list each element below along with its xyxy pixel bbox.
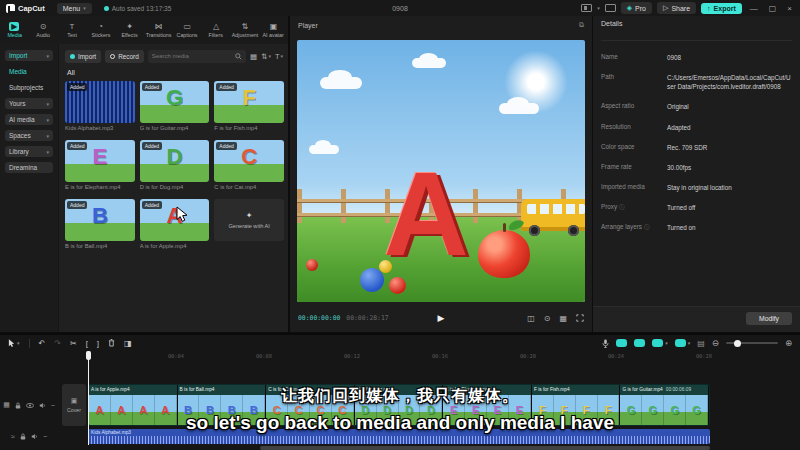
- details-row: Path C:/Users/Emersos/AppData/Local/CapC…: [601, 73, 792, 91]
- sidebar-item[interactable]: Library ▾: [5, 146, 53, 157]
- sidebar-item[interactable]: Media: [5, 66, 53, 77]
- autoscroll-toggle[interactable]: ▾: [652, 339, 668, 347]
- media-tab[interactable]: △ Filters: [202, 16, 231, 44]
- added-badge: Added: [216, 142, 236, 150]
- ball-graphic: [306, 259, 318, 271]
- minimize-button[interactable]: —: [747, 4, 761, 13]
- subtitle-chinese: 让我们回到媒体，我只有媒体。: [0, 386, 800, 407]
- tab-icon: ◔: [98, 22, 103, 31]
- mute-track-icon[interactable]: [31, 433, 38, 440]
- timeline-zoom-slider[interactable]: [726, 342, 778, 344]
- ruler-tick-label: 00:16: [396, 353, 484, 359]
- added-badge: Added: [142, 142, 162, 150]
- generate-with-ai-card[interactable]: ✦ Generate with AI: [214, 199, 284, 241]
- redo-button[interactable]: ↷: [54, 339, 61, 348]
- modify-button[interactable]: Modify: [746, 312, 792, 325]
- media-item[interactable]: Added G G is for Guitar.mp4: [140, 81, 210, 131]
- media-item[interactable]: Added D D is for Dog.mp4: [140, 140, 210, 190]
- close-button[interactable]: ×: [784, 4, 795, 13]
- media-item[interactable]: ✦ Generate with AI: [214, 199, 284, 249]
- export-button[interactable]: ↑ Export: [701, 3, 742, 14]
- chevron-down-icon: ▾: [46, 117, 49, 123]
- tab-icon: ▭: [183, 22, 191, 31]
- media-tabstrip: ▶ Media ⊙ Audio T Text ◔ Stickers: [0, 16, 288, 44]
- media-tab[interactable]: ◔ Stickers: [86, 16, 115, 44]
- section-label: All: [67, 69, 75, 76]
- media-item[interactable]: Added C C is for Cat.mp4: [214, 140, 284, 190]
- link-preview-toggle[interactable]: [634, 339, 645, 347]
- media-item[interactable]: Added E E is for Elephant.mp4: [65, 140, 135, 190]
- search-box[interactable]: [148, 50, 246, 63]
- media-item[interactable]: Added Kids Alphabet.mp3: [65, 81, 135, 131]
- media-tab[interactable]: ⊙ Audio: [29, 16, 58, 44]
- snap-magnet-toggle[interactable]: [616, 339, 627, 347]
- zoom-out-icon[interactable]: ⊖: [712, 338, 719, 348]
- sort-icon[interactable]: ⇅▾: [261, 52, 271, 61]
- import-button[interactable]: Import: [65, 50, 101, 63]
- delete-button[interactable]: [108, 339, 115, 347]
- menu-button[interactable]: Menu▾: [57, 3, 92, 14]
- lock-track-icon[interactable]: [20, 433, 26, 440]
- details-row: Proxyⓘ Turned off: [601, 203, 792, 212]
- play-button[interactable]: ▶: [438, 313, 445, 323]
- autosave-status: Auto saved 13:17:35: [104, 5, 172, 12]
- audio-track-icon[interactable]: ≈: [11, 433, 15, 440]
- grid-view-icon[interactable]: ▦: [250, 52, 257, 61]
- video-preview[interactable]: A: [297, 40, 585, 302]
- audio-waveform: [88, 436, 710, 444]
- apple-graphic: [478, 230, 530, 278]
- record-icon: [110, 54, 115, 59]
- media-tab[interactable]: ⇅ Adjustment: [230, 16, 259, 44]
- delete-right-button[interactable]: ]: [97, 339, 99, 348]
- undo-button[interactable]: ↶: [39, 339, 46, 348]
- media-item[interactable]: Added A A is for Apple.mp4: [140, 199, 210, 249]
- mirror-clip-button[interactable]: ◨: [124, 339, 132, 348]
- maximize-button[interactable]: ▢: [766, 4, 780, 13]
- chevron-down-icon[interactable]: ▾: [597, 5, 600, 11]
- player-panel-icon[interactable]: ⧉: [579, 21, 584, 29]
- sidebar-item[interactable]: Yours ▾: [5, 98, 53, 109]
- panel-layout-icon[interactable]: [605, 4, 616, 12]
- collapse-track-icon[interactable]: −: [43, 433, 47, 440]
- autosave-dot-icon: [104, 6, 109, 11]
- pro-button[interactable]: ◈ Pro: [621, 2, 652, 14]
- fullscreen-icon[interactable]: [576, 314, 584, 322]
- fit-zoom-icon[interactable]: ⊙: [544, 314, 551, 323]
- title-bar: CapCut Menu▾ Auto saved 13:17:35 0908 ▾ …: [0, 0, 800, 16]
- track-options-toggle[interactable]: ▾: [675, 339, 691, 347]
- share-button[interactable]: ▷ Share: [657, 2, 696, 14]
- split-button[interactable]: ✂: [70, 339, 77, 348]
- media-tab[interactable]: ▣ AI avatar: [259, 16, 288, 44]
- timeline-ruler[interactable]: 00:0400:0800:1200:1600:2000:2400:28: [0, 351, 800, 365]
- added-badge: Added: [67, 142, 87, 150]
- media-tab[interactable]: ▭ Captions: [173, 16, 202, 44]
- sidebar-item[interactable]: Import ▾: [5, 50, 53, 61]
- media-tab[interactable]: ✦ Effects: [115, 16, 144, 44]
- media-item[interactable]: Added F F is for Fish.mp4: [214, 81, 284, 131]
- search-input[interactable]: [152, 53, 233, 59]
- mirror-preview-icon[interactable]: ◫: [527, 314, 535, 323]
- media-tab[interactable]: ▶ Media: [0, 16, 29, 44]
- sidebar-item[interactable]: Subprojects: [5, 82, 53, 93]
- sidebar-item[interactable]: Spaces ▾: [5, 130, 53, 141]
- media-tab[interactable]: ⋈ Transitions: [144, 16, 173, 44]
- layout-toggle-icon[interactable]: [581, 4, 592, 12]
- media-item[interactable]: Added B B is for Ball.mp4: [65, 199, 135, 249]
- filter-icon[interactable]: T▾: [275, 52, 283, 61]
- pro-diamond-icon: ◈: [627, 4, 632, 12]
- horizontal-scrollbar[interactable]: [260, 446, 710, 450]
- current-timecode: 00:00:00:00: [298, 314, 340, 322]
- select-tool-button[interactable]: ▾: [8, 339, 20, 348]
- record-button[interactable]: Record: [105, 50, 144, 63]
- sidebar-item[interactable]: AI media ▾: [5, 114, 53, 125]
- sidebar-item[interactable]: Dreamina: [5, 162, 53, 173]
- zoom-in-icon[interactable]: ⊕: [785, 338, 792, 348]
- ratio-grid-icon[interactable]: ▦: [559, 314, 567, 323]
- voiceover-mic-icon[interactable]: [602, 339, 609, 348]
- filmstrip-view-icon[interactable]: ▤: [697, 339, 705, 348]
- added-badge: Added: [216, 83, 236, 91]
- ruler-tick-label: 00:04: [132, 353, 220, 359]
- delete-left-button[interactable]: [: [86, 339, 88, 348]
- media-tab[interactable]: T Text: [58, 16, 87, 44]
- slider-knob[interactable]: [734, 340, 741, 347]
